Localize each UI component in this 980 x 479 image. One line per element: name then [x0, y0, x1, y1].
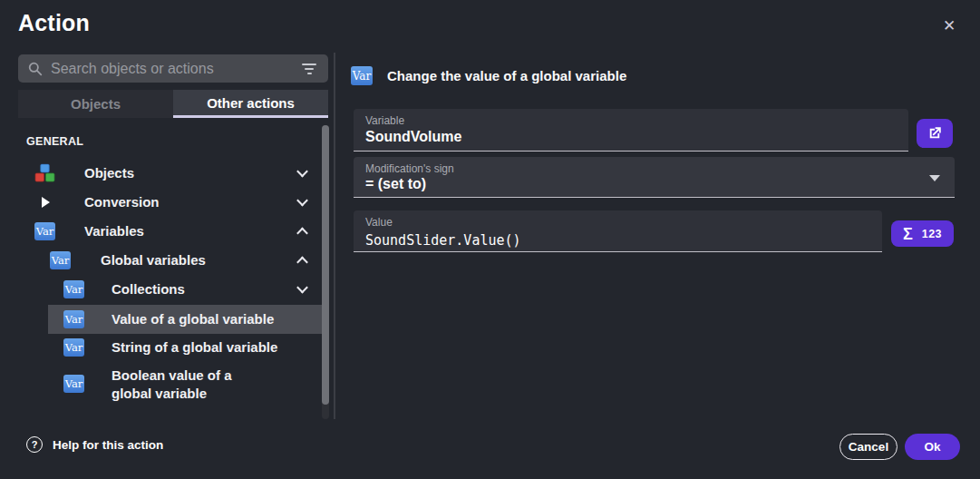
field-label: Modification's sign: [365, 162, 454, 175]
chevron-down-icon[interactable]: [296, 282, 308, 294]
tab-bar: Objects Other actions: [18, 90, 328, 118]
field-label: Value: [365, 216, 393, 229]
tab-objects[interactable]: Objects: [18, 90, 173, 118]
open-variable-editor-button[interactable]: [917, 119, 953, 148]
chevron-down-icon[interactable]: [296, 166, 308, 178]
numbers-badge: 123: [922, 228, 942, 240]
search-icon: [28, 62, 43, 76]
tree-item-collections[interactable]: Var Collections: [18, 275, 323, 304]
search-input[interactable]: [51, 61, 292, 77]
action-dialog: Action ✕ Objects Other actions GENERAL: [0, 0, 980, 479]
var-icon: Var: [34, 222, 55, 240]
tree-item-conversion[interactable]: Conversion: [18, 188, 323, 217]
scrollbar-thumb[interactable]: [322, 125, 329, 405]
var-icon: Var: [63, 375, 84, 393]
actions-tree: GENERAL Objects Conversion Var Variables: [18, 122, 323, 422]
chevron-down-icon[interactable]: [929, 175, 940, 181]
play-triangle-icon: [42, 197, 50, 208]
tree-item-label: Collections: [112, 280, 185, 298]
tree-scrollbar[interactable]: [322, 125, 329, 419]
chevron-down-icon[interactable]: [296, 195, 308, 207]
field-label: Variable: [365, 114, 404, 127]
action-header: Var Change the value of a global variabl…: [351, 66, 626, 85]
value-expression[interactable]: SoundSlider.Value(): [365, 232, 521, 249]
value-field[interactable]: Value SoundSlider.Value(): [354, 210, 882, 252]
tree-group-label: GENERAL: [26, 135, 83, 148]
tree-item-label: Variables: [84, 222, 144, 240]
tree-item-value-of-global-variable[interactable]: Var Value of a global variable: [18, 305, 323, 334]
chevron-up-icon[interactable]: [296, 257, 308, 269]
tab-other-actions[interactable]: Other actions: [173, 90, 328, 118]
page-title: Action: [18, 10, 90, 36]
close-icon[interactable]: ✕: [936, 12, 963, 39]
sigma-icon: Σ: [903, 226, 913, 242]
search-bar[interactable]: [18, 54, 328, 83]
expression-builder-button[interactable]: Σ 123: [891, 220, 954, 247]
tree-item-label: Global variables: [101, 251, 206, 269]
var-icon: Var: [351, 66, 373, 85]
help-label: Help for this action: [53, 438, 163, 452]
var-icon: Var: [63, 338, 84, 357]
filter-icon[interactable]: [300, 60, 318, 78]
cancel-button[interactable]: Cancel: [839, 434, 898, 460]
tree-item-label: Objects: [84, 164, 134, 182]
chevron-up-icon[interactable]: [296, 228, 308, 240]
tree-item-boolean-of-global-variable[interactable]: Var Boolean value of a global variable: [18, 362, 323, 406]
var-icon: Var: [63, 310, 84, 328]
tree-item-label: Value of a global variable: [112, 310, 274, 328]
tree-item-string-of-global-variable[interactable]: Var String of a global variable: [18, 333, 323, 362]
variable-value[interactable]: SoundVolume: [365, 129, 461, 145]
modification-sign-select[interactable]: Modification's sign = (set to): [354, 157, 955, 198]
help-link[interactable]: ? Help for this action: [26, 436, 163, 453]
ok-button[interactable]: Ok: [905, 434, 960, 460]
tree-item-variables[interactable]: Var Variables: [18, 217, 323, 246]
var-icon: Var: [63, 280, 84, 298]
variable-field[interactable]: Variable SoundVolume: [354, 109, 908, 152]
sign-value: = (set to): [365, 176, 426, 192]
help-icon: ?: [26, 436, 43, 453]
tree-item-label: Conversion: [84, 193, 160, 211]
tree-item-objects[interactable]: Objects: [18, 159, 323, 188]
action-title: Change the value of a global variable: [387, 68, 626, 83]
panel-divider: [334, 53, 335, 419]
objects-cubes-icon: [34, 164, 55, 183]
tree-item-label: String of a global variable: [112, 338, 277, 357]
var-icon: Var: [50, 251, 71, 269]
tree-item-global-variables[interactable]: Var Global variables: [18, 246, 323, 275]
tree-item-label: Boolean value of a global variable: [112, 367, 273, 402]
external-link-icon: [927, 125, 943, 142]
